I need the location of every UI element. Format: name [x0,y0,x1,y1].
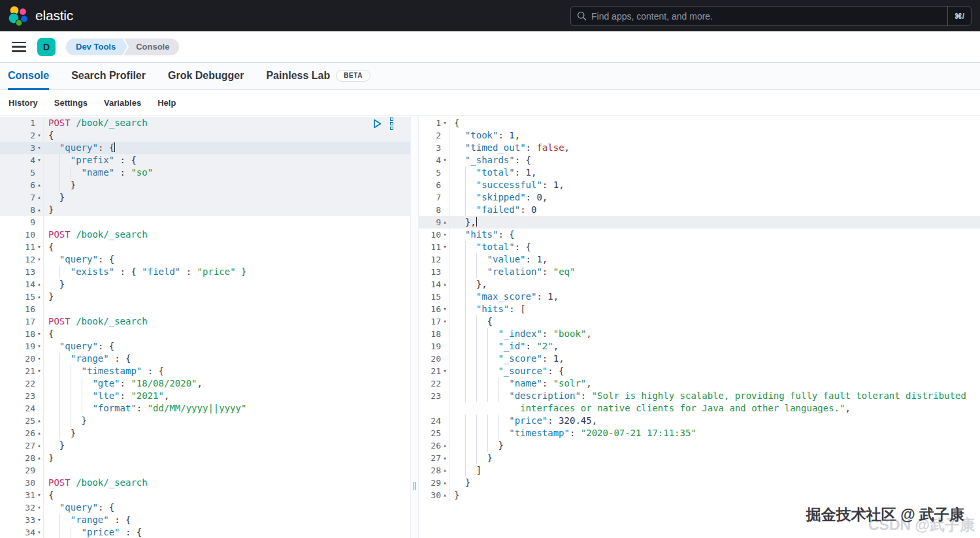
code-line[interactable]: 7▴ } [0,191,410,204]
code-line[interactable]: 23 "description": "Solr is highly scalab… [419,390,980,402]
fold-toggle-icon[interactable]: ▴ [441,464,449,477]
code-line[interactable]: 16 [0,303,410,315]
code-line[interactable]: 2▾{ [0,129,410,142]
fold-toggle-icon[interactable]: ▴ [35,452,43,464]
breadcrumb-item-dev-tools[interactable]: Dev Tools [66,39,127,55]
fold-toggle-icon[interactable]: ▴ [35,204,43,216]
code-line[interactable]: 3 "timed_out": false, [419,142,980,154]
code-line[interactable]: 20 "_score": 1, [419,353,980,365]
code-line[interactable]: 32▾ "query": { [0,501,410,514]
code-line[interactable]: 6 "successful": 1, [419,179,980,191]
code-line[interactable]: 4▾ "_shards": { [419,154,980,166]
code-line[interactable]: 13 "exists" : { "field" : "price" } [0,266,410,278]
code-line[interactable]: 14▴ }, [419,278,980,291]
code-line[interactable]: 29▴ } [419,477,980,489]
console-menu-help[interactable]: Help [157,98,176,108]
code-line[interactable]: 11▾{ [0,241,410,253]
code-line[interactable]: 5 "name" : "so" [0,166,410,179]
code-line[interactable]: 24 "format": "dd/MM/yyyy||yyyy" [0,402,410,415]
code-line[interactable]: 21▾ "_source": { [419,365,980,377]
fold-toggle-icon[interactable]: ▾ [35,340,43,353]
request-editor[interactable]: 1POST /book/_search2▾{3▾ "query": {4▾ "p… [0,116,410,538]
fold-toggle-icon[interactable]: ▾ [35,253,43,266]
code-line[interactable]: 6▴ } [0,179,410,191]
code-line[interactable]: 15 "max_score": 1, [419,291,980,303]
code-line[interactable]: 28▴ ] [419,464,980,477]
console-menu-variables[interactable]: Variables [104,98,141,108]
code-line[interactable]: 23 "lte": "2021", [0,390,410,402]
code-line[interactable]: 1▾{ [419,117,980,129]
code-line[interactable]: 18 "_index": "book", [419,328,980,340]
fold-toggle-icon[interactable]: ▴ [441,278,449,291]
fold-toggle-icon[interactable]: ▾ [441,117,449,129]
fold-toggle-icon[interactable]: ▾ [441,241,449,253]
code-line[interactable]: 19 "_id": "2", [419,340,980,353]
console-menu-settings[interactable]: Settings [54,98,88,108]
code-line[interactable]: 26▴ } [0,427,410,439]
code-line[interactable]: 27▴ } [419,452,980,464]
fold-toggle-icon[interactable]: ▾ [35,489,43,501]
code-line[interactable]: 20▾ "range" : { [0,353,410,365]
fold-toggle-icon[interactable]: ▴ [441,452,449,464]
fold-toggle-icon[interactable]: ▴ [35,291,43,303]
fold-toggle-icon[interactable]: ▴ [35,427,43,439]
code-line[interactable]: 12▾ "query": { [0,253,410,266]
code-line[interactable]: 13 "relation": "eq" [419,266,980,278]
code-line[interactable]: 16▾ "hits": [ [419,303,980,315]
code-line[interactable]: 4▾ "prefix" : { [0,154,410,166]
fold-toggle-icon[interactable]: ▾ [35,142,43,154]
tab-search-profiler[interactable]: Search Profiler [71,63,146,90]
code-line[interactable]: 14▴ } [0,278,410,291]
breadcrumb-item-console[interactable]: Console [123,39,179,55]
code-line[interactable]: 33▾ "range" : { [0,514,410,526]
fold-toggle-icon[interactable]: ▾ [35,154,43,166]
dev-tools-app-badge[interactable]: D [37,38,56,56]
code-line[interactable]: 8▴} [0,204,410,216]
fold-toggle-icon[interactable]: ▾ [441,154,449,166]
code-line[interactable]: 17▾ { [419,315,980,328]
fold-toggle-icon[interactable]: ▾ [35,241,43,253]
code-line[interactable]: interfaces or native clients for Java an… [419,402,980,415]
code-line[interactable]: 21▾ "timestamp" : { [0,365,410,377]
fold-toggle-icon[interactable]: ▴ [35,439,43,452]
code-line[interactable]: 9▴ }, [419,216,980,229]
fold-toggle-icon[interactable]: ▴ [441,477,449,489]
code-line[interactable]: 15▴} [0,291,410,303]
fold-toggle-icon[interactable]: ▾ [441,229,449,241]
code-line[interactable]: 10▾ "hits": { [419,229,980,241]
code-line[interactable]: 19▾ "query": { [0,340,410,353]
fold-toggle-icon[interactable]: ▾ [35,129,43,142]
code-line[interactable]: 1POST /book/_search [0,117,410,129]
code-line[interactable]: 5 "total": 1, [419,166,980,179]
panel-resizer[interactable]: ‖ [410,116,419,538]
tab-painless-lab[interactable]: Painless LabBETA [266,63,370,90]
code-line[interactable]: 30▴} [419,489,980,501]
fold-toggle-icon[interactable]: ▴ [35,191,43,204]
fold-toggle-icon[interactable]: ▴ [441,216,449,229]
code-line[interactable]: 2 "took": 1, [419,129,980,142]
tab-console[interactable]: Console [8,63,49,90]
code-line[interactable]: 26▴ } [419,439,980,452]
code-line[interactable]: 12 "value": 1, [419,253,980,266]
code-line[interactable]: 27▴ } [0,439,410,452]
fold-toggle-icon[interactable]: ▴ [35,278,43,291]
code-line[interactable]: 3▾ "query": { [0,142,410,154]
fold-toggle-icon[interactable]: ▾ [35,526,43,538]
code-line[interactable]: 11▾ "total": { [419,241,980,253]
code-line[interactable]: 31▾{ [0,489,410,501]
fold-toggle-icon[interactable]: ▴ [35,415,43,427]
code-line[interactable]: 29 [0,464,410,477]
code-line[interactable]: 24 "price": 320.45, [419,415,980,427]
fold-toggle-icon[interactable]: ▾ [35,514,43,526]
menu-icon[interactable] [12,42,26,52]
code-line[interactable]: 7 "skipped": 0, [419,191,980,204]
global-search-input[interactable]: Find apps, content, and more. ⌘/ [570,6,972,26]
code-line[interactable]: 25 "timestamp": "2020-07-21 17:11:35" [419,427,980,439]
code-line[interactable]: 30POST /book/_search [0,477,410,489]
code-line[interactable]: 17POST /book/_search [0,315,410,328]
fold-toggle-icon[interactable]: ▴ [441,489,449,501]
fold-toggle-icon[interactable]: ▾ [35,328,43,340]
tab-grok-debugger[interactable]: Grok Debugger [168,63,244,90]
fold-toggle-icon[interactable]: ▾ [441,365,449,377]
response-viewer[interactable]: 1▾{2 "took": 1,3 "timed_out": false,4▾ "… [419,116,980,538]
